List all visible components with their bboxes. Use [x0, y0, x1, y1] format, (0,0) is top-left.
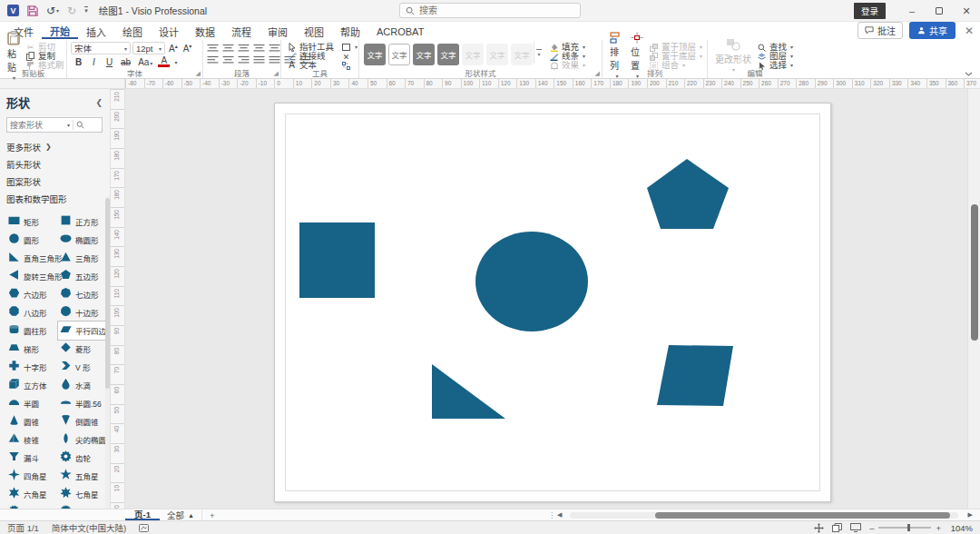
- stencil-item-pointed-ellipse[interactable]: 尖的椭圆形: [58, 430, 110, 449]
- zoom-in-icon[interactable]: +: [936, 523, 941, 533]
- tab-设计[interactable]: 设计: [151, 22, 187, 39]
- vertical-scrollbar[interactable]: [967, 89, 980, 509]
- restore-button[interactable]: [926, 0, 953, 22]
- vertical-scrollbar-thumb[interactable]: [971, 204, 978, 341]
- stencil-item-square[interactable]: 正方形: [58, 213, 110, 231]
- style-tile-6[interactable]: 文字: [486, 44, 508, 65]
- stencil-item-right-triangle[interactable]: 直角三角形: [6, 249, 58, 267]
- stencil-item-decagon[interactable]: 十边形: [58, 303, 110, 321]
- titlebar-search[interactable]: [399, 3, 581, 18]
- undo-button[interactable]: ↺▾: [46, 5, 59, 17]
- share-button[interactable]: 共享: [909, 22, 956, 39]
- stencil-section-图表和数学图形[interactable]: 图表和数学图形: [6, 190, 110, 207]
- stencil-item-diamond[interactable]: 菱形: [58, 340, 110, 358]
- stencil-item-parallelogram[interactable]: 平行四边形: [58, 321, 110, 340]
- signin-button[interactable]: 登录: [854, 3, 886, 19]
- stencil-item-cone[interactable]: 圆锥: [6, 412, 58, 430]
- align-left-icon[interactable]: [207, 55, 219, 64]
- tab-插入[interactable]: 插入: [78, 22, 114, 39]
- stencil-item-inverted-cone[interactable]: 倒圆锥: [58, 412, 110, 430]
- add-page-button[interactable]: +: [201, 510, 222, 520]
- shape-styles-dialog-launcher[interactable]: ◢: [595, 70, 600, 77]
- style-tile-5[interactable]: 文字: [462, 44, 484, 65]
- stencil-item-drop[interactable]: 水滴: [58, 376, 110, 394]
- zoom-out-icon[interactable]: –: [869, 523, 874, 533]
- stencil-item-v-shape[interactable]: V 形: [58, 358, 110, 376]
- style-tile-2[interactable]: 文字: [388, 44, 410, 65]
- arrange-button[interactable]: 排列▾: [606, 42, 627, 69]
- all-pages-button[interactable]: 全部▲: [160, 509, 201, 521]
- more-shapes-link[interactable]: 更多形状❯: [6, 138, 110, 155]
- stencil-item-star7[interactable]: 七角星: [58, 485, 110, 503]
- shapes-search-box[interactable]: ▾: [6, 117, 103, 133]
- close-drawing-icon[interactable]: ✕: [962, 25, 976, 37]
- search-icon[interactable]: [76, 121, 84, 129]
- tab-ACROBAT[interactable]: ACROBAT: [368, 22, 432, 39]
- font-color-caret-icon[interactable]: ▾: [174, 59, 177, 65]
- parallelogram-shape[interactable]: [657, 345, 733, 406]
- change-case-button[interactable]: Aa▾: [136, 57, 154, 67]
- stencil-item-hexagon[interactable]: 六边形: [6, 285, 58, 303]
- stencil-section-箭头形状[interactable]: 箭头形状: [6, 155, 110, 173]
- font-dialog-launcher[interactable]: ◢: [196, 70, 201, 77]
- stencil-item-star4[interactable]: 四角星: [6, 467, 58, 485]
- fit-window-icon[interactable]: [850, 523, 861, 532]
- decrease-font-button[interactable]: A▾: [181, 43, 194, 54]
- collapse-panel-icon[interactable]: ❮: [95, 98, 103, 107]
- switch-windows-icon[interactable]: [832, 523, 842, 532]
- align-middle-icon[interactable]: [222, 44, 234, 53]
- stencil-item-semicircle56[interactable]: 半圆.56: [58, 394, 110, 412]
- align-center-icon[interactable]: [222, 55, 234, 64]
- stencil-item-trapezoid[interactable]: 梯形: [6, 340, 58, 358]
- save-icon[interactable]: [27, 5, 38, 16]
- collapse-ribbon-icon[interactable]: [965, 72, 973, 76]
- circle-shape[interactable]: [475, 232, 588, 331]
- font-family-select[interactable]: 宋体▾: [71, 42, 131, 54]
- scroll-right-icon[interactable]: ▶: [968, 511, 973, 519]
- minimize-button[interactable]: –: [898, 0, 926, 22]
- stencil-item-ellipse[interactable]: 椭圆形: [58, 231, 110, 249]
- stencil-section-图案形状[interactable]: 图案形状: [6, 173, 110, 190]
- zoom-slider-thumb[interactable]: [907, 524, 910, 531]
- tab-流程[interactable]: 流程: [223, 22, 260, 39]
- stencil-item-star6[interactable]: 六角星: [6, 485, 58, 503]
- stencil-item-octagon[interactable]: 八边形: [6, 303, 58, 321]
- stencil-item-circle[interactable]: 圆形: [6, 231, 58, 249]
- style-tile-7[interactable]: 文字: [511, 44, 533, 65]
- page-indicator[interactable]: 页面 1/1: [7, 521, 39, 534]
- rectangle-tool-button[interactable]: ▾: [341, 43, 358, 52]
- text-rotate-icon[interactable]: [269, 44, 280, 53]
- italic-button[interactable]: I: [88, 57, 100, 67]
- page-tab[interactable]: 页-1: [125, 509, 160, 520]
- tab-绘图[interactable]: 绘图: [114, 22, 151, 39]
- tab-视图[interactable]: 视图: [296, 22, 332, 39]
- zoom-slider[interactable]: – +: [869, 523, 941, 533]
- change-shape-button[interactable]: 更改形状▾: [711, 42, 755, 69]
- stencil-item-pentagon[interactable]: 五边形: [58, 267, 110, 285]
- connection-point-tool-button[interactable]: ✕: [341, 53, 358, 62]
- tab-数据[interactable]: 数据: [187, 22, 223, 39]
- stencil-item-heptagon[interactable]: 七边形: [58, 285, 110, 303]
- stencil-item-funnel[interactable]: 漏斗: [6, 449, 58, 467]
- paste-button[interactable]: 粘贴 ▾: [4, 42, 24, 69]
- justify-icon[interactable]: [253, 55, 265, 64]
- align-top-icon[interactable]: [207, 44, 219, 53]
- scroll-left-icon[interactable]: ◀: [557, 511, 562, 519]
- stencil-item-cross[interactable]: 十字形: [6, 358, 58, 376]
- stencil-item-triangle[interactable]: 三角形: [58, 249, 110, 267]
- zoom-level[interactable]: 104%: [949, 523, 973, 533]
- tab-开始[interactable]: 开始: [42, 22, 78, 39]
- tab-审阅[interactable]: 审阅: [260, 22, 296, 39]
- right-triangle-shape[interactable]: [432, 364, 505, 419]
- stencil-item-star5[interactable]: 五角星: [58, 467, 110, 485]
- stencil-item-cylinder[interactable]: 圆柱形: [6, 321, 58, 340]
- drawing-canvas[interactable]: [125, 89, 967, 509]
- style-tile-3[interactable]: 文字: [413, 44, 435, 65]
- style-tile-1[interactable]: 文字: [364, 44, 386, 65]
- align-bottom-icon[interactable]: [238, 44, 250, 53]
- font-color-button[interactable]: A: [158, 56, 170, 67]
- tab-帮助[interactable]: 帮助: [332, 22, 368, 39]
- style-gallery-more-button[interactable]: ▾: [534, 42, 544, 64]
- customize-qat-icon[interactable]: ▾: [84, 6, 88, 15]
- underline-button[interactable]: U: [103, 57, 115, 67]
